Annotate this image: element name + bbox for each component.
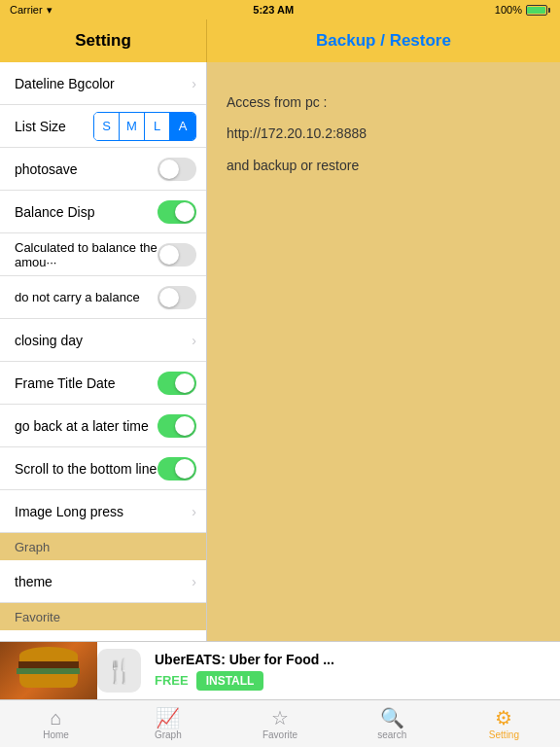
graph-label: Graph <box>155 729 182 740</box>
list-size-l[interactable]: L <box>145 113 170 140</box>
search-label: search <box>377 729 406 740</box>
section-label-favorite: Favorite <box>15 610 60 624</box>
scroll-bottom-label: Scroll to the bottom line <box>15 461 158 477</box>
setting-frame-title-date: Frame Title Date <box>0 362 206 405</box>
ad-title: UberEATS: Uber for Food ... <box>155 652 552 667</box>
section-header-graph: Graph <box>0 533 206 560</box>
access-info: Access from pc : http://172.20.10.2:8888… <box>227 91 541 176</box>
photosave-label: photosave <box>15 161 158 177</box>
setting-closing-day[interactable]: closing day › <box>0 319 206 362</box>
tab-setting[interactable]: ⚙ Setting <box>448 700 560 747</box>
closing-day-label: closing day <box>15 333 192 348</box>
setting-photosave: photosave <box>0 148 206 191</box>
ad-content: UberEATS: Uber for Food ... FREE INSTALL <box>147 646 560 696</box>
battery-percent: 100% <box>495 4 522 16</box>
chevron-icon: › <box>192 333 196 348</box>
list-size-label: List Size <box>15 119 93 134</box>
home-label: Home <box>43 729 69 740</box>
wifi-icon: ▾ <box>47 4 52 17</box>
list-size-a[interactable]: A <box>170 113 195 140</box>
list-size-group: S M L A <box>93 112 196 141</box>
ad-image <box>0 642 97 700</box>
chevron-icon: › <box>192 574 196 589</box>
photosave-toggle[interactable] <box>158 158 196 181</box>
status-bar: Carrier ▾ 5:23 AM 100% <box>0 0 560 19</box>
scroll-bottom-toggle[interactable] <box>158 457 196 480</box>
list-size-m[interactable]: M <box>120 113 145 140</box>
balance-disp-label: Balance Disp <box>15 204 158 220</box>
section-label-graph: Graph <box>15 540 50 554</box>
image-long-press-1-label: Image Long press <box>15 504 192 519</box>
navigation-bar: Setting Backup / Restore <box>0 19 560 62</box>
setting-calculated-balance: Calculated to balance the amou··· <box>0 233 206 276</box>
tab-search[interactable]: 🔍 search <box>336 700 448 747</box>
setting-do-not-carry: do not carry a balance <box>0 276 206 319</box>
setting-image-long-press-1[interactable]: Image Long press › <box>0 490 206 533</box>
setting-go-back-later: go back at a later time <box>0 405 206 447</box>
access-instruction: and backup or restore <box>227 155 541 176</box>
list-size-s[interactable]: S <box>94 113 120 140</box>
tab-bar: ⌂ Home 📈 Graph ☆ Favorite 🔍 search ⚙ Set… <box>0 699 560 747</box>
setting-label: Setting <box>489 729 519 740</box>
access-label: Access from pc : <box>227 91 541 113</box>
setting-dateline-bgcolor[interactable]: Dateline Bgcolor › <box>0 62 206 105</box>
main-content: Dateline Bgcolor › List Size S M L A pho… <box>0 62 560 641</box>
setting-icon: ⚙ <box>495 708 512 728</box>
setting-list-size: List Size S M L A <box>0 105 206 148</box>
carrier-label: Carrier <box>10 4 43 16</box>
search-icon: 🔍 <box>380 708 404 728</box>
frame-title-date-label: Frame Title Date <box>15 375 158 391</box>
ad-banner[interactable]: 🍴 UberEATS: Uber for Food ... FREE INSTA… <box>0 641 560 699</box>
access-url: http://172.20.10.2:8888 <box>227 123 541 144</box>
favorite-icon: ☆ <box>271 708 289 728</box>
setting-oddline-bgcolor[interactable]: Oddline Bgcolor › <box>0 630 206 641</box>
nav-left-title: Setting <box>0 19 207 62</box>
tab-favorite[interactable]: ☆ Favorite <box>224 700 335 747</box>
status-left: Carrier ▾ <box>10 4 52 17</box>
battery-icon <box>526 5 550 16</box>
ad-app-icon: 🍴 <box>97 649 141 693</box>
status-time: 5:23 AM <box>253 4 294 16</box>
balance-disp-toggle[interactable] <box>158 200 196 224</box>
section-header-favorite: Favorite <box>0 603 206 630</box>
ad-button-row: FREE INSTALL <box>155 671 552 691</box>
calculated-balance-label: Calculated to balance the amou··· <box>15 240 158 269</box>
dateline-bgcolor-label: Dateline Bgcolor <box>15 76 192 91</box>
do-not-carry-toggle[interactable] <box>158 286 196 309</box>
theme-label: theme <box>15 574 192 589</box>
status-right: 100% <box>495 4 550 16</box>
go-back-later-toggle[interactable] <box>158 414 196 438</box>
setting-theme[interactable]: theme › <box>0 560 206 603</box>
right-panel: Access from pc : http://172.20.10.2:8888… <box>207 62 560 641</box>
ad-free-label: FREE <box>155 673 189 688</box>
graph-icon: 📈 <box>156 708 180 728</box>
nav-right-title: Backup / Restore <box>207 19 560 62</box>
home-icon: ⌂ <box>51 708 62 728</box>
setting-scroll-bottom: Scroll to the bottom line <box>0 447 206 490</box>
frame-title-date-toggle[interactable] <box>158 372 196 395</box>
chevron-icon: › <box>192 76 196 91</box>
calculated-balance-toggle[interactable] <box>158 243 196 267</box>
tab-home[interactable]: ⌂ Home <box>0 700 112 747</box>
settings-panel: Dateline Bgcolor › List Size S M L A pho… <box>0 62 207 641</box>
favorite-label: Favorite <box>262 729 298 740</box>
ad-install-button[interactable]: INSTALL <box>196 671 264 691</box>
setting-balance-disp: Balance Disp <box>0 191 206 233</box>
burger-visual <box>15 647 83 695</box>
go-back-later-label: go back at a later time <box>15 418 158 434</box>
do-not-carry-label: do not carry a balance <box>15 290 158 304</box>
tab-graph[interactable]: 📈 Graph <box>112 700 224 747</box>
chevron-icon: › <box>192 504 196 519</box>
